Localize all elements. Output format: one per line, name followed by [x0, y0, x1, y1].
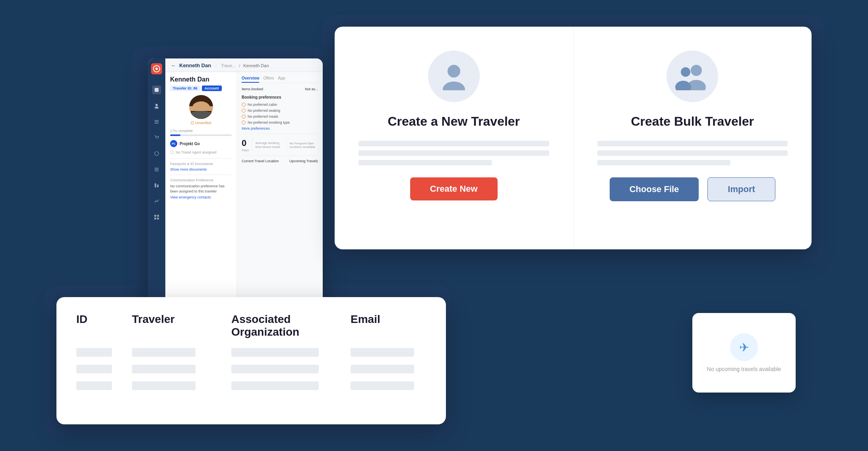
pref-cabin-label: No preferred cabin: [248, 103, 277, 107]
pref-seating-icon: [242, 109, 246, 113]
list-header: ID Traveler Associated Organization Emai…: [76, 313, 426, 348]
divider-location: [242, 156, 318, 156]
current-location-label: Current Travel Location: [242, 159, 279, 163]
comm-pref-text: No communication preference has been ass…: [170, 184, 232, 194]
table-row: [76, 348, 426, 357]
company-row: PC Projekt Go: [170, 140, 232, 147]
choose-file-button[interactable]: Choose File: [610, 177, 699, 201]
svg-rect-19: [157, 185, 159, 187]
svg-point-0: [448, 65, 460, 78]
traveler-name-heading: Kenneth Dan: [170, 76, 232, 83]
svg-rect-12: [155, 122, 159, 122]
table-row: [76, 381, 426, 390]
avatar-body: [189, 111, 213, 119]
tab-overview[interactable]: Overview: [242, 76, 259, 83]
show-more-documents-link[interactable]: Show more documents: [170, 167, 232, 171]
stat-divider: [252, 139, 252, 151]
bulk-skeleton-1: [597, 141, 788, 146]
verification-status: Unverified: [191, 121, 211, 125]
skeleton-line-1: [358, 141, 549, 146]
sidebar-item-misc[interactable]: [152, 213, 161, 222]
tab-offers[interactable]: Offers: [263, 76, 274, 83]
pref-meals: No preferred meals: [242, 115, 318, 119]
sidebar-item-analytics[interactable]: [152, 149, 161, 158]
create-bulk-traveler-section: Create Bulk Traveler Choose File Import: [574, 27, 812, 249]
breadcrumb-name: Kenneth Dan: [179, 62, 211, 68]
divider-1: [170, 158, 232, 159]
progress-bar-fill: [170, 134, 180, 136]
sidebar-item-travelers[interactable]: [152, 101, 161, 110]
import-button[interactable]: Import: [707, 177, 775, 201]
breadcrumb-parent: Trave...: [221, 63, 236, 68]
org-skeleton: [231, 348, 319, 357]
plane-icon-circle: ✈: [730, 333, 758, 361]
sidebar-item-menu1[interactable]: [152, 117, 161, 126]
upcoming-travels-card: ✈ No upcoming travels available: [692, 313, 796, 393]
create-new-title: Create a New Traveler: [388, 114, 520, 129]
svg-point-2: [691, 65, 702, 76]
create-traveler-card: Create a New Traveler Create New Create …: [335, 27, 812, 249]
tab-app[interactable]: App: [278, 76, 285, 83]
app-logo[interactable]: [151, 63, 162, 74]
pref-cabin: No preferred cabin: [242, 103, 318, 107]
svg-point-10: [155, 107, 159, 109]
svg-point-7: [155, 68, 158, 70]
avatar-section: Unverified: [170, 95, 232, 125]
agent-icon: [170, 150, 174, 154]
view-emergency-link[interactable]: View emergency contacts: [170, 195, 232, 199]
svg-rect-18: [155, 183, 156, 187]
avg-booking-desc: Average booking time before travel: [256, 141, 283, 150]
avg-booking-days: Days: [242, 148, 249, 152]
unverified-dot-icon: [191, 121, 194, 124]
traveler-skeleton-2: [132, 365, 196, 373]
sidebar-item-home[interactable]: [152, 86, 161, 94]
create-new-button[interactable]: Create New: [410, 177, 498, 200]
email-skeleton: [351, 348, 414, 357]
unverified-label: Unverified: [195, 121, 211, 125]
traveler-id-tag: Traveler ID: 86: [170, 86, 200, 91]
multiple-persons-icon: [674, 62, 710, 90]
single-person-icon: [440, 62, 468, 90]
items-booked-label: Items booked: [242, 87, 263, 91]
col-id: ID: [76, 313, 132, 348]
bulk-skeleton-2: [597, 150, 788, 156]
profile-completion-label: 17% complete: [170, 129, 232, 133]
org-skeleton-3: [231, 381, 319, 390]
bulk-action-buttons: Choose File Import: [610, 177, 775, 201]
pref-seating: No preferred seating: [242, 109, 318, 113]
plane-icon: ✈: [739, 340, 749, 354]
pref-cabin-icon: [242, 103, 246, 107]
svg-point-9: [155, 104, 158, 106]
back-button[interactable]: ←: [171, 62, 176, 68]
company-avatar: PC: [170, 140, 177, 147]
svg-rect-23: [157, 218, 159, 220]
email-skeleton-3: [351, 381, 414, 390]
breadcrumb-sep2: /: [239, 63, 240, 68]
sidebar-item-list[interactable]: [152, 165, 161, 174]
col-traveler: Traveler: [132, 313, 231, 348]
divider-stats: [242, 134, 318, 134]
svg-rect-21: [157, 215, 159, 217]
svg-point-5: [675, 81, 691, 90]
profile-tabs: Overview Offers App: [242, 76, 318, 83]
pref-smoking-label: No preferred smoking type: [248, 121, 290, 124]
skeleton-placeholder-lines: [358, 141, 549, 165]
stats-row: 0 Days Average booking time before trave…: [242, 138, 318, 152]
traveler-list-card: ID Traveler Associated Organization Emai…: [56, 297, 446, 424]
pref-meals-icon: [242, 115, 246, 119]
passports-label: Passports & ID Documents: [170, 162, 232, 166]
sidebar-item-cart[interactable]: [152, 133, 161, 142]
agent-label: No Travel Agent assigned: [176, 150, 217, 154]
more-prefs-link[interactable]: More preferences: [242, 126, 318, 130]
stat-divider-2: [286, 139, 287, 151]
sidebar-item-reports[interactable]: [152, 181, 161, 190]
traveler-skeleton-3: [132, 381, 196, 390]
create-new-traveler-section: Create a New Traveler Create New: [335, 27, 574, 249]
travel-agent-row: No Travel Agent assigned: [170, 150, 232, 154]
create-bulk-title: Create Bulk Traveler: [631, 114, 754, 129]
traveler-account-tag: Account: [202, 86, 222, 91]
breadcrumb-current: Kenneth Dan: [243, 63, 269, 68]
id-skeleton-2: [76, 365, 112, 373]
sidebar-item-charts[interactable]: [152, 197, 161, 206]
ff-numbers-text: No Frequent flyer numbers available: [289, 142, 318, 149]
